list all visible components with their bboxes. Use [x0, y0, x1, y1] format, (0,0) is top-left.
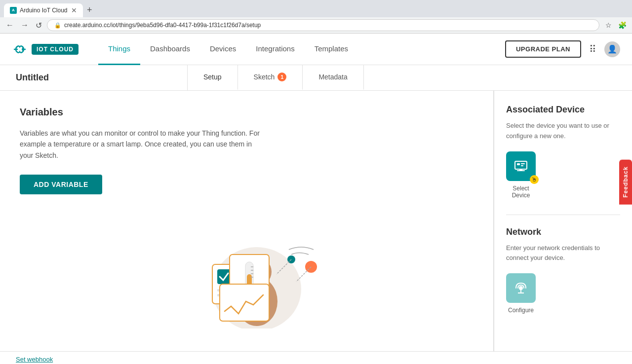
url-text: create.arduino.cc/iot/things/9eba5d96-df… [64, 22, 261, 29]
svg-rect-23 [515, 161, 527, 169]
nav-templates[interactable]: Templates [305, 34, 358, 65]
tabs-area: Setup Sketch 1 Metadata [188, 65, 364, 90]
thing-name: Untitled [16, 73, 49, 83]
tab-setup[interactable]: Setup [188, 65, 238, 90]
svg-rect-28 [517, 170, 525, 171]
extensions-icon[interactable]: 🧩 [616, 19, 628, 31]
network-desc: Enter your network credentials to connec… [506, 243, 620, 264]
iot-illustration [143, 210, 351, 328]
left-panel: Variables Variables are what you can mon… [0, 91, 494, 351]
back-button[interactable]: ← [4, 20, 16, 31]
add-variable-button[interactable]: ADD VARIABLE [20, 175, 102, 194]
network-icon [513, 280, 529, 296]
address-bar: ← → ↺ 🔒 create.arduino.cc/iot/things/9eb… [0, 17, 632, 33]
forward-button[interactable]: → [19, 20, 31, 31]
set-webhook-link[interactable]: Set webhook [16, 356, 53, 363]
network-section: Network Enter your network credentials t… [506, 227, 620, 314]
arduino-logo-icon [12, 44, 28, 55]
section-divider [506, 215, 620, 215]
browser-chrome: A Arduino IoT Cloud ✕ + ← → ↺ 🔒 create.a… [0, 0, 632, 34]
footer-bar: Set webhook [0, 351, 632, 364]
lock-icon: 🔒 [54, 22, 61, 29]
svg-rect-18 [220, 284, 269, 321]
svg-point-29 [519, 286, 523, 290]
sketch-badge: 1 [277, 73, 286, 81]
device-icon [513, 158, 529, 174]
browser-tab[interactable]: A Arduino IoT Cloud ✕ [4, 3, 83, 17]
main-nav: Things Dashboards Devices Integrations T… [98, 34, 505, 65]
variables-title: Variables [20, 107, 474, 118]
network-title: Network [506, 227, 620, 237]
cursor-indicator: 🖱 [530, 175, 539, 184]
apps-grid-icon[interactable]: ⠿ [589, 43, 596, 55]
arduino-logo[interactable] [12, 44, 28, 55]
new-tab-button[interactable]: + [83, 3, 96, 17]
svg-rect-26 [521, 165, 523, 166]
tab-sketch[interactable]: Sketch 1 [238, 65, 303, 90]
nav-devices[interactable]: Devices [200, 34, 246, 65]
upgrade-plan-button[interactable]: UPGRADE PLAN [505, 40, 581, 58]
thing-name-area: Untitled [0, 65, 188, 90]
app-header: IOT CLOUD Things Dashboards Devices Inte… [0, 34, 632, 65]
iot-cloud-badge: IOT CLOUD [32, 44, 79, 55]
svg-line-22 [296, 267, 311, 282]
browser-actions: ☆ 🧩 [602, 19, 628, 31]
select-device-button[interactable]: 🖱 [506, 151, 536, 181]
tab-bar: A Arduino IoT Cloud ✕ + [0, 0, 632, 17]
sub-header: Untitled Setup Sketch 1 Metadata [0, 65, 632, 91]
tab-title: Arduino IoT Cloud [20, 7, 68, 14]
associated-device-desc: Select the device you want to use or con… [506, 121, 620, 142]
associated-device-section: Associated Device Select the device you … [506, 105, 620, 199]
logo-area: IOT CLOUD [12, 44, 79, 55]
main-content: Variables Variables are what you can mon… [0, 91, 632, 351]
url-box[interactable]: 🔒 create.arduino.cc/iot/things/9eba5d96-… [47, 19, 599, 31]
refresh-button[interactable]: ↺ [34, 20, 44, 31]
svg-rect-24 [517, 163, 520, 165]
right-panel: Associated Device Select the device you … [494, 91, 632, 351]
variables-description: Variables are what you can monitor or co… [20, 128, 267, 161]
associated-device-title: Associated Device [506, 105, 620, 115]
nav-integrations[interactable]: Integrations [246, 34, 304, 65]
avatar[interactable]: 👤 [604, 41, 620, 57]
nav-dashboards[interactable]: Dashboards [140, 34, 200, 65]
select-device-label: Select Device [506, 185, 536, 199]
nav-things[interactable]: Things [98, 34, 140, 65]
feedback-tab[interactable]: Feedback [619, 159, 632, 204]
illustration [20, 210, 474, 328]
tab-favicon: A [10, 7, 17, 14]
configure-network-label: Configure [506, 307, 536, 314]
configure-network-button[interactable] [506, 273, 536, 303]
bookmark-icon[interactable]: ☆ [602, 19, 614, 31]
tab-close-btn[interactable]: ✕ [71, 6, 77, 14]
tab-metadata[interactable]: Metadata [303, 65, 363, 90]
svg-rect-25 [521, 163, 525, 164]
header-actions: UPGRADE PLAN ⠿ 👤 [505, 40, 620, 58]
